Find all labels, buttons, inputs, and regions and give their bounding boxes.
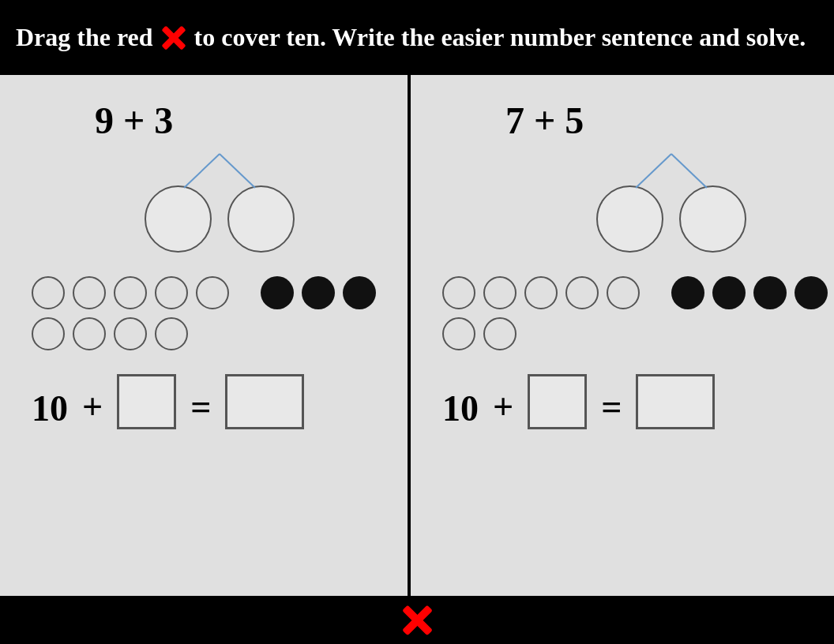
bond-circle-left-1	[145, 185, 212, 253]
header: Drag the red to cover ten. Write the eas…	[0, 0, 834, 75]
ns-equals-left: =	[190, 386, 211, 428]
dot-filled	[753, 276, 787, 309]
dot-filled	[671, 276, 704, 309]
ns-plus-left: +	[82, 386, 103, 428]
dot-empty	[32, 317, 65, 350]
ns-plus-right: +	[493, 386, 513, 428]
dot-empty	[442, 317, 475, 350]
bond-diagram-right	[474, 150, 834, 253]
header-text-before: Drag the red	[16, 21, 153, 54]
equation-right: 7 + 5	[505, 99, 834, 142]
svg-line-3	[671, 154, 707, 188]
dots-row-right-1	[442, 276, 834, 309]
dots-row-left-1	[32, 276, 376, 309]
bond-circle-right-2	[679, 185, 746, 253]
dot-empty	[196, 276, 229, 309]
bond-circles-left	[145, 185, 295, 253]
ns-box-right[interactable]	[528, 374, 587, 429]
ns-box-left[interactable]	[117, 374, 176, 429]
bond-lines-right	[608, 150, 734, 189]
dot-empty	[565, 276, 599, 309]
dot-empty	[73, 317, 106, 350]
dot-filled	[343, 276, 376, 309]
ns-ten-right: 10	[442, 388, 479, 429]
dot-empty	[32, 276, 65, 309]
svg-line-1	[220, 154, 255, 188]
dot-filled	[302, 276, 335, 309]
dot-filled	[712, 276, 746, 309]
dot-empty	[155, 317, 188, 350]
bond-circle-left-2	[227, 185, 295, 253]
panel-left: 9 + 3	[0, 75, 411, 596]
dot-empty	[524, 276, 558, 309]
ns-answer-left[interactable]	[225, 374, 304, 429]
svg-line-2	[636, 154, 671, 188]
dot-empty	[442, 276, 475, 309]
number-sentence-right: 10 + =	[442, 374, 834, 429]
dots-row-right-2	[442, 317, 834, 350]
bond-circle-right-1	[596, 185, 663, 253]
dot-filled	[261, 276, 294, 309]
bond-diagram-left	[63, 150, 376, 253]
dot-empty	[73, 276, 106, 309]
dot-empty	[114, 317, 147, 350]
ns-ten-left: 10	[32, 388, 68, 429]
svg-line-0	[184, 154, 220, 188]
panel-right: 7 + 5	[411, 75, 834, 596]
dots-area-right	[442, 276, 834, 350]
main-area: 9 + 3	[0, 75, 834, 596]
dot-filled	[795, 276, 828, 309]
draggable-red-x-icon[interactable]	[400, 602, 435, 638]
ns-answer-right[interactable]	[636, 374, 715, 429]
dots-row-left-2	[32, 317, 376, 350]
header-text-after: to cover ten. Write the easier number se…	[194, 21, 806, 54]
bond-circles-right	[596, 185, 746, 253]
dot-empty	[155, 276, 188, 309]
dot-empty	[483, 276, 517, 309]
header-red-x-icon	[160, 24, 188, 52]
footer	[0, 596, 834, 644]
bond-lines-left	[156, 150, 283, 189]
ns-equals-right: =	[601, 386, 622, 428]
equation-left: 9 + 3	[95, 99, 376, 142]
dot-empty	[483, 317, 517, 350]
dot-empty	[114, 276, 147, 309]
dot-empty	[607, 276, 640, 309]
dots-area-left	[32, 276, 376, 350]
number-sentence-left: 10 + =	[32, 374, 376, 429]
